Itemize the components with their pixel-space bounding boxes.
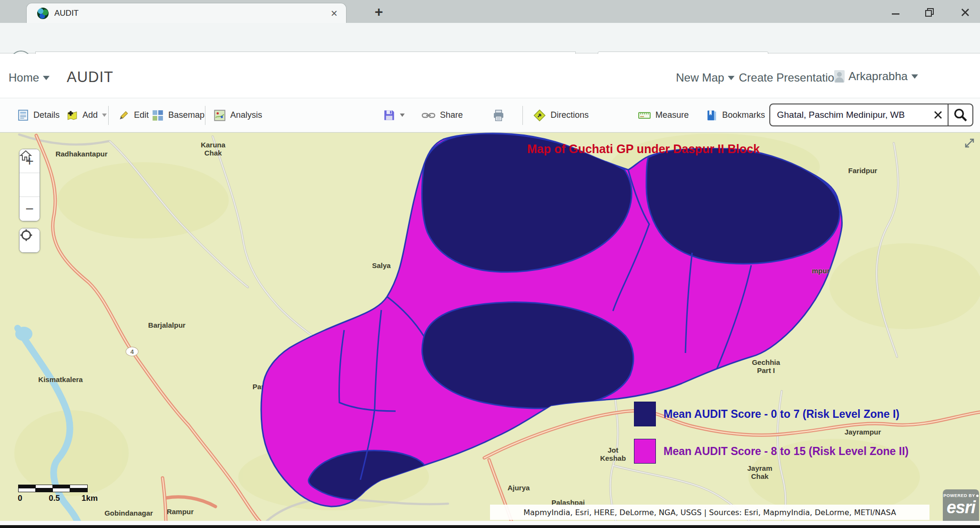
legend-swatch-zone2 [634, 439, 656, 464]
measure-ruler-icon [638, 110, 651, 121]
save-button[interactable] [383, 98, 405, 132]
home-menu[interactable]: Home [9, 71, 50, 84]
tab-close-icon[interactable]: × [329, 8, 339, 19]
edit-button[interactable]: Edit [117, 98, 149, 132]
scale-bar: 0 0.5 1km [18, 485, 88, 504]
locate-control [19, 228, 40, 253]
map-label-salya: Salya [372, 261, 390, 269]
user-name-label: Arkaprabha [848, 70, 908, 83]
toolbar-divider [108, 106, 109, 125]
bookmarks-label: Bookmarks [722, 110, 765, 120]
webmap-title: AUDIT [67, 69, 113, 86]
link-icon [421, 110, 436, 121]
map-search-submit-icon[interactable] [952, 107, 969, 123]
search-divider [948, 104, 949, 125]
bookmarks-button[interactable]: Bookmarks [705, 98, 765, 132]
details-panel-icon [17, 109, 29, 121]
browser-tab-bar: AUDIT × + [0, 0, 980, 23]
map-search-box[interactable] [769, 104, 973, 126]
print-button[interactable] [492, 98, 505, 132]
clear-search-icon[interactable] [932, 109, 944, 121]
expand-map-button[interactable] [963, 136, 976, 150]
chevron-down-icon [911, 74, 918, 79]
map-label-kismatkalera: Kismatkalera [38, 375, 82, 383]
map-label-jayram-chak: JayramChak [747, 464, 773, 480]
directions-button[interactable]: Directions [533, 98, 589, 132]
analysis-button[interactable]: Analysis [214, 98, 262, 132]
new-map-label: New Map [676, 71, 724, 84]
toolbar-divider [522, 106, 523, 125]
window-minimize-button[interactable] [888, 7, 904, 18]
directions-diamond-icon [533, 109, 546, 122]
analysis-label: Analysis [230, 110, 262, 120]
home-extent-button[interactable] [20, 173, 40, 197]
map-toolbar: Details Add Edit Basemap [0, 98, 980, 133]
find-my-location-button[interactable] [20, 228, 40, 252]
home-menu-label: Home [9, 71, 39, 84]
browser-tab[interactable]: AUDIT × [26, 3, 347, 23]
chevron-down-icon [400, 114, 405, 117]
legend-label-zone1: Mean AUDIT Score - 0 to 7 (Risk Level Zo… [664, 408, 899, 421]
esri-brand-label: esri [943, 499, 979, 516]
map-label-ajurya: Ajurya [508, 484, 530, 492]
arcgis-site-header: Home AUDIT New Map Create Presentation A… [0, 54, 980, 98]
scale-zero: 0 [18, 494, 22, 503]
create-presentation-label: Create Presentation [739, 71, 840, 84]
avatar [834, 70, 845, 83]
tab-title: AUDIT [54, 9, 329, 18]
window-restore-button[interactable] [921, 7, 938, 18]
scale-bar-graphic [18, 485, 88, 492]
gp-polygon-layer[interactable] [0, 133, 980, 521]
close-icon [960, 7, 970, 18]
save-floppy-icon [383, 109, 396, 122]
details-button[interactable]: Details [17, 98, 60, 132]
measure-label: Measure [655, 110, 689, 120]
map-label-karuna-chak: KarunaChak [201, 141, 225, 157]
map-label-barjalalpur: Barjalalpur [148, 321, 185, 329]
chevron-down-icon [728, 76, 735, 80]
printer-icon [492, 109, 505, 122]
add-label: Add [82, 110, 98, 120]
share-label: Share [440, 110, 463, 120]
esri-logo: POWERED BY esri [943, 489, 979, 521]
diagonal-expand-icon [963, 136, 976, 150]
map-canvas[interactable]: Pang [0, 133, 980, 521]
browser-nav-bar: https://rgkmch.maps.arcgis.com/home/webm… [0, 23, 980, 53]
window-close-button[interactable] [957, 7, 973, 18]
bookmarks-book-icon [705, 109, 718, 122]
minimize-icon [891, 8, 900, 17]
zoom-control-group: + − [19, 149, 40, 221]
map-label-mpur: mpur [812, 267, 830, 275]
map-label-gobindanagar: Gobindanagar [104, 509, 153, 517]
basemap-button[interactable]: Basemap [152, 98, 204, 132]
chevron-down-icon [43, 76, 50, 80]
legend-swatch-zone1 [634, 402, 656, 426]
analysis-map-icon [214, 109, 226, 122]
map-title: Map of Guchati GP under Daspur II Block [527, 142, 760, 156]
create-presentation-link[interactable]: Create Presentation [739, 71, 840, 84]
page-bottom-strip [0, 521, 980, 525]
details-label: Details [33, 110, 60, 120]
edit-label: Edit [134, 110, 149, 120]
globe-favicon-icon [37, 8, 49, 19]
route-shield: 4 [126, 347, 139, 356]
new-map-menu[interactable]: New Map [676, 71, 735, 84]
share-button[interactable]: Share [421, 98, 463, 132]
pencil-icon [117, 109, 130, 122]
new-tab-button[interactable]: + [375, 5, 383, 19]
measure-button[interactable]: Measure [638, 98, 689, 132]
chevron-down-icon [102, 114, 107, 117]
home-extent-icon [20, 149, 32, 162]
window-bottom-edge [0, 525, 980, 528]
toolbar-divider [205, 106, 205, 125]
map-search-input[interactable] [770, 110, 929, 120]
legend-label-zone2: Mean AUDIT Score - 8 to 15 (Risk Level Z… [664, 445, 909, 458]
browser-window: AUDIT × + [0, 0, 980, 528]
locate-icon [20, 228, 33, 242]
map-label-radhakantapur: Radhakantapur [55, 150, 107, 158]
add-button[interactable]: Add [66, 98, 107, 132]
user-menu[interactable]: Arkaprabha [834, 70, 918, 83]
scale-one: 1km [82, 494, 98, 503]
zoom-out-button[interactable]: − [20, 197, 40, 221]
map-label-faridpur: Faridpur [848, 166, 878, 175]
